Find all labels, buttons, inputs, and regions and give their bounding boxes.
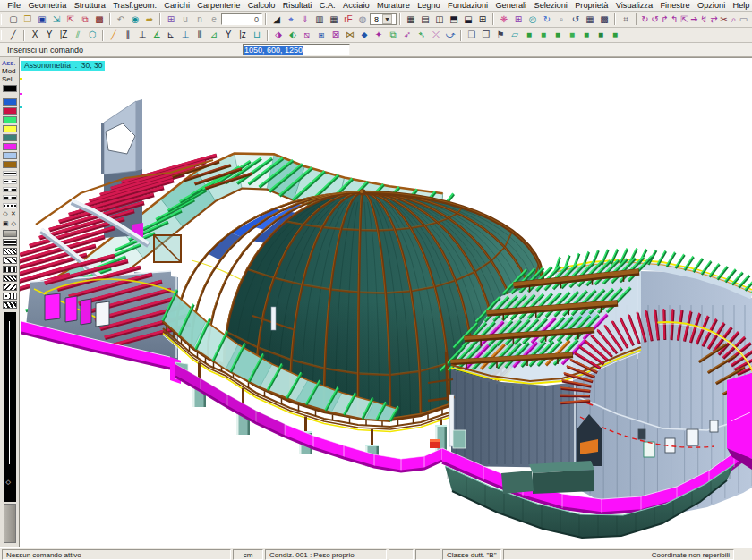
solid-cube-2-icon[interactable]: ■: [536, 29, 551, 42]
redraw-eye-icon[interactable]: ◉: [128, 13, 142, 26]
window-layout-6-icon[interactable]: ⊞: [475, 13, 490, 26]
mesh-8-icon[interactable]: ✦: [372, 29, 386, 42]
hatch-swatch-xx[interactable]: [3, 257, 17, 264]
window-layout-5-icon[interactable]: ⬓: [461, 13, 475, 26]
mesh-10-icon[interactable]: ➶: [400, 29, 414, 42]
color-swatch-6[interactable]: [3, 134, 17, 141]
view-grid-a-icon[interactable]: ▦: [583, 13, 597, 26]
line-diag-icon[interactable]: ╱: [107, 29, 121, 42]
print-small-icon[interactable]: ▭: [739, 13, 748, 26]
color-swatch-2[interactable]: [3, 98, 17, 106]
color-swatch-7[interactable]: [3, 143, 17, 150]
parallel-icon[interactable]: ⫽: [71, 29, 85, 42]
select-probe-icon[interactable]: ⌖: [284, 13, 298, 26]
transform-1-icon[interactable]: ↻: [640, 13, 650, 26]
marker-swatch-row-0[interactable]: ◇✕: [2, 209, 18, 218]
arc-icon[interactable]: ⊔: [250, 29, 264, 42]
window-layout-4-icon[interactable]: ⬒: [447, 13, 461, 26]
scale-combo[interactable]: 8▼: [370, 13, 397, 25]
color-swatch-5[interactable]: [3, 125, 17, 132]
model-viewport[interactable]: Assonometria : 30, 30: [20, 57, 752, 547]
mesh-13-icon[interactable]: ⤻: [443, 29, 457, 42]
pan-icon[interactable]: ▫: [554, 13, 568, 26]
font-size-icon[interactable]: rF: [341, 13, 355, 26]
menu-c-a-[interactable]: C.A.: [316, 1, 339, 10]
sidebar-mode-sel[interactable]: Sel.: [0, 75, 19, 83]
solid-cube-1-icon[interactable]: ■: [522, 29, 536, 42]
view-shaded-icon[interactable]: ▥: [312, 13, 327, 26]
transform-3-icon[interactable]: ↱: [660, 13, 670, 26]
render-globe-icon[interactable]: ◍: [355, 13, 370, 26]
menu-geometria[interactable]: Geometria: [24, 1, 70, 10]
units-u-icon[interactable]: u: [178, 13, 192, 26]
mesh-12-icon[interactable]: ⤫: [429, 29, 443, 42]
linestyle-swatch-dash-dot[interactable]: [3, 195, 17, 200]
transform-5-icon[interactable]: ⇱: [679, 13, 689, 26]
menu-risultati[interactable]: Risultati: [279, 1, 316, 10]
menu-carpenterie[interactable]: Carpenterie: [193, 1, 244, 10]
solid-cube-5-icon[interactable]: ■: [579, 29, 594, 42]
sidebar-mode-mod[interactable]: Mod: [0, 67, 19, 75]
constraint-incline-icon[interactable]: ⊾: [164, 29, 178, 42]
solid-cube-7-icon[interactable]: ■: [608, 29, 622, 42]
hatch-swatch-diagonal[interactable]: [3, 275, 17, 282]
zoom-gear-icon[interactable]: ❋: [497, 13, 511, 26]
constraint-perp-icon[interactable]: ⊥: [135, 29, 150, 42]
pen-width-gray-block[interactable]: [4, 504, 16, 543]
color-swatch-8[interactable]: [3, 152, 17, 159]
transform-2-icon[interactable]: ↺: [650, 13, 660, 26]
color-swatch-3[interactable]: [3, 107, 17, 115]
hatch-swatch-xxx[interactable]: [3, 301, 17, 309]
hatch-swatch-fine-grid[interactable]: [3, 239, 17, 246]
window-layout-1-icon[interactable]: ▦: [404, 13, 418, 26]
mesh-2-icon[interactable]: ⬖: [286, 29, 300, 42]
solid-cube-6-icon[interactable]: ■: [594, 29, 608, 42]
zoom-window-icon[interactable]: ⊞: [511, 13, 526, 26]
mesh-5-icon[interactable]: ⊠: [329, 29, 343, 42]
drop-node-icon[interactable]: ⇓: [298, 13, 312, 26]
numeric-field[interactable]: 0: [221, 13, 262, 25]
special-grid-icon[interactable]: ⌗: [619, 13, 633, 26]
save-file-icon[interactable]: ▣: [35, 13, 49, 26]
hatch-swatch-cross-hatch[interactable]: [3, 248, 17, 255]
solid-cube-4-icon[interactable]: ■: [565, 29, 579, 42]
menu-trasf-geom-[interactable]: Trasf.geom.: [109, 1, 160, 10]
transform-9-icon[interactable]: ✂: [719, 13, 729, 26]
menu-struttura[interactable]: Struttura: [70, 1, 109, 10]
snap-x-icon[interactable]: X: [28, 29, 42, 42]
cube-wire-b-icon[interactable]: ❒: [479, 29, 493, 42]
fill-gray-swatch[interactable]: [3, 230, 17, 237]
hatch-swatch-diagonal-2[interactable]: [3, 284, 17, 291]
clip-plane-icon[interactable]: ▱: [508, 29, 522, 42]
export-view-icon[interactable]: ➦: [142, 13, 157, 26]
menu-murature[interactable]: Murature: [373, 1, 414, 10]
pen-width-selector[interactable]: ◇: [4, 312, 16, 502]
mesh-4-icon[interactable]: ⧆: [314, 29, 329, 42]
zoom-previous-icon[interactable]: ↺: [568, 13, 583, 26]
snap-y-icon[interactable]: Y: [42, 29, 56, 42]
menu-legno[interactable]: Legno: [414, 1, 444, 10]
constraint-angle-icon[interactable]: ∡: [150, 29, 164, 42]
command-input[interactable]: 1050, 600, 1250: [243, 44, 350, 55]
hatch-swatch-dots[interactable]: [3, 266, 17, 273]
zoom-in-icon[interactable]: ◎: [526, 13, 540, 26]
flag-marker-icon[interactable]: ⚑: [493, 29, 508, 42]
menu-acciaio[interactable]: Acciaio: [339, 1, 373, 10]
menu-carichi[interactable]: Carichi: [160, 1, 193, 10]
layer-palette-icon[interactable]: ⊞: [164, 13, 178, 26]
menu-file[interactable]: File: [4, 1, 24, 10]
transform-10-icon[interactable]: ⌕: [729, 13, 739, 26]
new-document-icon[interactable]: ▢: [6, 13, 21, 26]
color-swatch-9[interactable]: [3, 161, 17, 168]
hatch-swatch-circles[interactable]: [3, 293, 17, 300]
constraint-parallel-icon[interactable]: ∥: [121, 29, 135, 42]
transform-6-icon[interactable]: ➔: [689, 13, 699, 26]
menu-opzioni[interactable]: Opzioni: [694, 1, 730, 10]
constraint-normal-icon[interactable]: ⊥: [178, 29, 192, 42]
units-n-icon[interactable]: n: [192, 13, 207, 26]
open-folder-icon[interactable]: ❒: [21, 13, 35, 26]
solid-cube-3-icon[interactable]: ■: [551, 29, 565, 42]
menu-fondazioni[interactable]: Fondazioni: [444, 1, 491, 10]
draw-line-icon[interactable]: ╱: [6, 29, 21, 42]
menu-selezioni[interactable]: Selezioni: [530, 1, 571, 10]
